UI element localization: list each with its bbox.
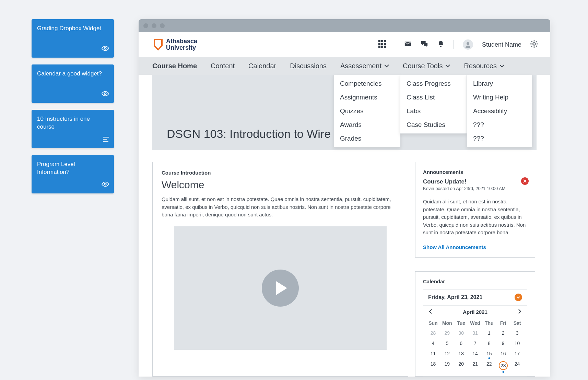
student-name[interactable]: Student Name	[482, 41, 521, 48]
dropdown-item[interactable]: Library	[473, 80, 526, 87]
logo-text: Athabasca University	[166, 38, 197, 51]
day-of-week-header: Tue	[454, 318, 468, 328]
calendar-day[interactable]: 17	[510, 348, 524, 359]
dropdown-item[interactable]: Competencies	[340, 80, 394, 87]
calendar-day[interactable]: 19	[440, 359, 454, 372]
dropdown-resources: Library Writing Help Accessiblity ??? ??…	[467, 75, 532, 147]
announcements-panel: Announcements Course Update! Kevin poste…	[415, 162, 535, 258]
calendar-day[interactable]: 8	[482, 338, 496, 348]
svg-point-1	[104, 93, 106, 95]
dropdown-item[interactable]: Writing Help	[473, 94, 526, 101]
calendar-day[interactable]: 3	[510, 328, 524, 338]
header-right: Student Name	[378, 39, 538, 50]
calendar-day[interactable]: 13	[454, 348, 468, 359]
calendar-day[interactable]: 15	[482, 348, 496, 359]
event-dot	[502, 371, 504, 373]
mail-icon[interactable]	[404, 40, 412, 49]
nav-label: Calendar	[248, 62, 276, 70]
sticky-note[interactable]: 10 Instructors in one course	[32, 110, 114, 148]
svg-point-16	[467, 42, 469, 45]
gear-icon[interactable]	[530, 40, 538, 49]
sticky-note[interactable]: Grading Dropbox Widget	[32, 19, 114, 58]
day-of-week-header: Mon	[440, 318, 454, 328]
dropdown-item[interactable]: Class Progress	[407, 80, 461, 87]
calendar-day[interactable]: 24	[510, 359, 524, 372]
sticky-notes-column: Grading Dropbox Widget Calendar a good w…	[32, 19, 114, 193]
svg-point-15	[440, 46, 442, 47]
calendar-widget: Friday, April 23, 2021 April 2021	[423, 289, 527, 376]
calendar-day[interactable]: 7	[468, 338, 482, 348]
dropdown-item[interactable]: Labs	[407, 107, 461, 115]
calendar-day[interactable]: 4	[426, 338, 440, 348]
calendar-day[interactable]: 22	[482, 359, 496, 372]
calendar-day[interactable]: 20	[454, 359, 468, 372]
calendar-day[interactable]: 9	[496, 338, 510, 348]
calendar-day[interactable]: 21	[468, 359, 482, 372]
calendar-day[interactable]: 30	[454, 328, 468, 338]
nav-label: Resources	[464, 62, 497, 70]
dropdown-item[interactable]: ???	[473, 121, 526, 129]
nav-assessment[interactable]: Assessement	[340, 62, 389, 70]
nav-content[interactable]: Content	[211, 62, 235, 70]
sticky-note[interactable]: Program Level Information?	[32, 155, 114, 193]
bell-icon[interactable]	[437, 40, 445, 49]
dropdown-item[interactable]: Accessiblity	[473, 107, 526, 115]
chat-icon[interactable]	[421, 40, 428, 49]
dismiss-button[interactable]	[521, 177, 529, 185]
calendar-grid: SunMonTueWedThuFriSat2829303112345678910…	[423, 318, 527, 376]
calendar-day[interactable]: 6	[454, 338, 468, 348]
university-logo[interactable]: Athabasca University	[154, 38, 197, 51]
nav-discussions[interactable]: Discussions	[290, 62, 327, 70]
calendar-day[interactable]: 23	[496, 359, 510, 372]
section-label: Announcements	[423, 169, 527, 175]
dropdown-item[interactable]: Assignments	[340, 94, 394, 101]
svg-rect-7	[381, 40, 383, 42]
day-of-week-header: Wed	[468, 318, 482, 328]
selected-date: Friday, April 23, 2021	[428, 294, 482, 300]
nav-course-tools[interactable]: Course Tools	[403, 62, 450, 70]
play-button[interactable]	[262, 270, 299, 307]
apps-grid-icon[interactable]	[378, 40, 386, 49]
dropdown-item[interactable]: ???	[473, 135, 526, 142]
month-nav: April 2021	[423, 306, 527, 318]
calendar-day[interactable]: 1	[482, 328, 496, 338]
calendar-day[interactable]: 28	[426, 328, 440, 338]
dropdown-item[interactable]: Class List	[407, 94, 461, 101]
calendar-day[interactable]: 29	[440, 328, 454, 338]
svg-point-17	[533, 43, 535, 45]
nav-course-home[interactable]: Course Home	[152, 62, 197, 70]
calendar-day[interactable]: 2	[496, 328, 510, 338]
next-month-button[interactable]	[517, 309, 522, 315]
calendar-day[interactable]: 12	[440, 348, 454, 359]
calendar-day[interactable]: 31	[468, 328, 482, 338]
nav-label: Course Home	[152, 62, 197, 70]
course-nav: Course Home Content Calendar Discussions…	[139, 57, 550, 75]
collapse-button[interactable]	[515, 294, 522, 301]
nav-resources[interactable]: Resources	[464, 62, 504, 70]
avatar[interactable]	[463, 39, 473, 50]
dropdown-item[interactable]: Grades	[340, 135, 394, 142]
nav-label: Discussions	[290, 62, 327, 70]
calendar-day[interactable]: 16	[496, 348, 510, 359]
dropdown-item[interactable]: Quizzes	[340, 107, 394, 115]
dropdown-item[interactable]: Awards	[340, 121, 394, 129]
calendar-day[interactable]: 10	[510, 338, 524, 348]
svg-rect-6	[378, 40, 380, 42]
dropdown-item[interactable]: Case Studies	[407, 121, 461, 129]
sticky-note[interactable]: Calendar a good widget?	[32, 64, 114, 103]
day-of-week-header: Thu	[482, 318, 496, 328]
calendar-day[interactable]: 14	[468, 348, 482, 359]
nav-calendar[interactable]: Calendar	[248, 62, 276, 70]
play-icon	[276, 281, 287, 295]
sticky-label: 10 Instructors in one course	[37, 116, 90, 130]
svg-rect-14	[384, 46, 386, 48]
calendar-day[interactable]: 18	[426, 359, 440, 372]
calendar-day[interactable]: 5	[440, 338, 454, 348]
month-label: April 2021	[463, 309, 487, 315]
prev-month-button[interactable]	[428, 309, 433, 315]
intro-body: Quidam alii sunt, et non est in nostra p…	[162, 195, 399, 219]
chevron-left-icon	[428, 309, 433, 314]
video-placeholder[interactable]	[174, 226, 387, 350]
show-all-announcements-link[interactable]: Show All Announcements	[423, 244, 486, 250]
calendar-day[interactable]: 11	[426, 348, 440, 359]
